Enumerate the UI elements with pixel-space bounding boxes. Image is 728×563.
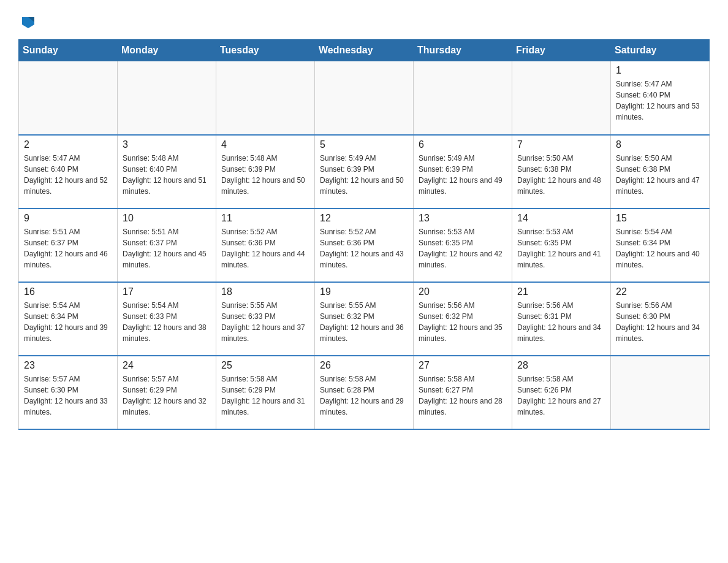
day-number: 16 <box>24 286 112 297</box>
day-info: Sunrise: 5:57 AMSunset: 6:29 PMDaylight:… <box>123 373 211 418</box>
table-row: 19Sunrise: 5:55 AMSunset: 6:32 PMDayligh… <box>315 282 414 356</box>
day-info: Sunrise: 5:51 AMSunset: 6:37 PMDaylight:… <box>24 226 112 270</box>
day-number: 27 <box>419 360 507 371</box>
day-number: 2 <box>24 139 112 150</box>
day-number: 18 <box>221 286 309 297</box>
day-number: 17 <box>123 286 211 297</box>
header-tuesday: Tuesday <box>216 40 315 61</box>
header-sunday: Sunday <box>19 40 118 61</box>
day-number: 20 <box>419 286 507 297</box>
table-row: 20Sunrise: 5:56 AMSunset: 6:32 PMDayligh… <box>414 282 512 356</box>
table-row: 9Sunrise: 5:51 AMSunset: 6:37 PMDaylight… <box>19 209 118 282</box>
calendar-week-row: 9Sunrise: 5:51 AMSunset: 6:37 PMDaylight… <box>19 209 710 282</box>
day-number: 14 <box>517 213 605 224</box>
day-info: Sunrise: 5:50 AMSunset: 6:38 PMDaylight:… <box>517 153 605 197</box>
day-info: Sunrise: 5:48 AMSunset: 6:40 PMDaylight:… <box>123 153 211 197</box>
table-row <box>414 61 512 135</box>
table-row: 8Sunrise: 5:50 AMSunset: 6:38 PMDaylight… <box>611 135 710 209</box>
day-info: Sunrise: 5:56 AMSunset: 6:31 PMDaylight:… <box>517 300 605 344</box>
day-info: Sunrise: 5:47 AMSunset: 6:40 PMDaylight:… <box>616 79 704 123</box>
day-info: Sunrise: 5:54 AMSunset: 6:33 PMDaylight:… <box>123 300 211 344</box>
day-number: 12 <box>320 213 408 224</box>
day-info: Sunrise: 5:52 AMSunset: 6:36 PMDaylight:… <box>320 226 408 270</box>
day-info: Sunrise: 5:56 AMSunset: 6:32 PMDaylight:… <box>419 300 507 344</box>
day-number: 5 <box>320 139 408 150</box>
day-info: Sunrise: 5:54 AMSunset: 6:34 PMDaylight:… <box>616 226 704 270</box>
day-info: Sunrise: 5:48 AMSunset: 6:39 PMDaylight:… <box>221 153 309 197</box>
table-row: 23Sunrise: 5:57 AMSunset: 6:30 PMDayligh… <box>19 356 118 429</box>
table-row: 21Sunrise: 5:56 AMSunset: 6:31 PMDayligh… <box>512 282 611 356</box>
header-friday: Friday <box>512 40 611 61</box>
day-info: Sunrise: 5:58 AMSunset: 6:27 PMDaylight:… <box>419 373 507 418</box>
day-number: 10 <box>123 213 211 224</box>
day-info: Sunrise: 5:53 AMSunset: 6:35 PMDaylight:… <box>517 226 605 270</box>
day-number: 11 <box>221 213 309 224</box>
day-number: 4 <box>221 139 309 150</box>
table-row: 24Sunrise: 5:57 AMSunset: 6:29 PMDayligh… <box>118 356 216 429</box>
table-row: 26Sunrise: 5:58 AMSunset: 6:28 PMDayligh… <box>315 356 414 429</box>
calendar-table: Sunday Monday Tuesday Wednesday Thursday… <box>18 39 710 430</box>
calendar-week-row: 1Sunrise: 5:47 AMSunset: 6:40 PMDaylight… <box>19 61 710 135</box>
day-number: 25 <box>221 360 309 371</box>
day-number: 19 <box>320 286 408 297</box>
day-number: 22 <box>616 286 704 297</box>
day-info: Sunrise: 5:49 AMSunset: 6:39 PMDaylight:… <box>419 153 507 197</box>
day-info: Sunrise: 5:54 AMSunset: 6:34 PMDaylight:… <box>24 300 112 344</box>
table-row: 16Sunrise: 5:54 AMSunset: 6:34 PMDayligh… <box>19 282 118 356</box>
day-info: Sunrise: 5:58 AMSunset: 6:26 PMDaylight:… <box>517 373 605 418</box>
table-row <box>19 61 118 135</box>
logo-icon <box>20 12 37 29</box>
day-number: 21 <box>517 286 605 297</box>
day-number: 26 <box>320 360 408 371</box>
day-number: 23 <box>24 360 112 371</box>
day-info: Sunrise: 5:49 AMSunset: 6:39 PMDaylight:… <box>320 153 408 197</box>
day-info: Sunrise: 5:55 AMSunset: 6:33 PMDaylight:… <box>221 300 309 344</box>
table-row: 6Sunrise: 5:49 AMSunset: 6:39 PMDaylight… <box>414 135 512 209</box>
table-row: 1Sunrise: 5:47 AMSunset: 6:40 PMDaylight… <box>611 61 710 135</box>
day-info: Sunrise: 5:52 AMSunset: 6:36 PMDaylight:… <box>221 226 309 270</box>
day-number: 7 <box>517 139 605 150</box>
table-row: 18Sunrise: 5:55 AMSunset: 6:33 PMDayligh… <box>216 282 315 356</box>
calendar-week-row: 16Sunrise: 5:54 AMSunset: 6:34 PMDayligh… <box>19 282 710 356</box>
table-row: 7Sunrise: 5:50 AMSunset: 6:38 PMDaylight… <box>512 135 611 209</box>
table-row <box>611 356 710 429</box>
table-row: 2Sunrise: 5:47 AMSunset: 6:40 PMDaylight… <box>19 135 118 209</box>
day-number: 1 <box>616 65 704 76</box>
table-row: 28Sunrise: 5:58 AMSunset: 6:26 PMDayligh… <box>512 356 611 429</box>
table-row: 5Sunrise: 5:49 AMSunset: 6:39 PMDaylight… <box>315 135 414 209</box>
day-number: 9 <box>24 213 112 224</box>
table-row: 3Sunrise: 5:48 AMSunset: 6:40 PMDaylight… <box>118 135 216 209</box>
day-number: 28 <box>517 360 605 371</box>
table-row: 14Sunrise: 5:53 AMSunset: 6:35 PMDayligh… <box>512 209 611 282</box>
table-row: 27Sunrise: 5:58 AMSunset: 6:27 PMDayligh… <box>414 356 512 429</box>
table-row: 13Sunrise: 5:53 AMSunset: 6:35 PMDayligh… <box>414 209 512 282</box>
day-number: 8 <box>616 139 704 150</box>
table-row: 15Sunrise: 5:54 AMSunset: 6:34 PMDayligh… <box>611 209 710 282</box>
calendar-header-row: Sunday Monday Tuesday Wednesday Thursday… <box>19 40 710 61</box>
table-row: 4Sunrise: 5:48 AMSunset: 6:39 PMDaylight… <box>216 135 315 209</box>
table-row <box>216 61 315 135</box>
calendar-week-row: 2Sunrise: 5:47 AMSunset: 6:40 PMDaylight… <box>19 135 710 209</box>
table-row: 22Sunrise: 5:56 AMSunset: 6:30 PMDayligh… <box>611 282 710 356</box>
calendar-week-row: 23Sunrise: 5:57 AMSunset: 6:30 PMDayligh… <box>19 356 710 429</box>
day-number: 6 <box>419 139 507 150</box>
table-row: 11Sunrise: 5:52 AMSunset: 6:36 PMDayligh… <box>216 209 315 282</box>
table-row <box>118 61 216 135</box>
table-row <box>315 61 414 135</box>
day-info: Sunrise: 5:47 AMSunset: 6:40 PMDaylight:… <box>24 153 112 197</box>
day-info: Sunrise: 5:57 AMSunset: 6:30 PMDaylight:… <box>24 373 112 418</box>
day-number: 15 <box>616 213 704 224</box>
table-row: 25Sunrise: 5:58 AMSunset: 6:29 PMDayligh… <box>216 356 315 429</box>
header-monday: Monday <box>118 40 216 61</box>
day-info: Sunrise: 5:53 AMSunset: 6:35 PMDaylight:… <box>419 226 507 270</box>
table-row: 17Sunrise: 5:54 AMSunset: 6:33 PMDayligh… <box>118 282 216 356</box>
header-wednesday: Wednesday <box>315 40 414 61</box>
table-row: 10Sunrise: 5:51 AMSunset: 6:37 PMDayligh… <box>118 209 216 282</box>
day-info: Sunrise: 5:56 AMSunset: 6:30 PMDaylight:… <box>616 300 704 344</box>
page-header <box>18 12 710 29</box>
table-row: 12Sunrise: 5:52 AMSunset: 6:36 PMDayligh… <box>315 209 414 282</box>
day-info: Sunrise: 5:58 AMSunset: 6:28 PMDaylight:… <box>320 373 408 418</box>
day-info: Sunrise: 5:55 AMSunset: 6:32 PMDaylight:… <box>320 300 408 344</box>
day-number: 13 <box>419 213 507 224</box>
header-thursday: Thursday <box>414 40 512 61</box>
